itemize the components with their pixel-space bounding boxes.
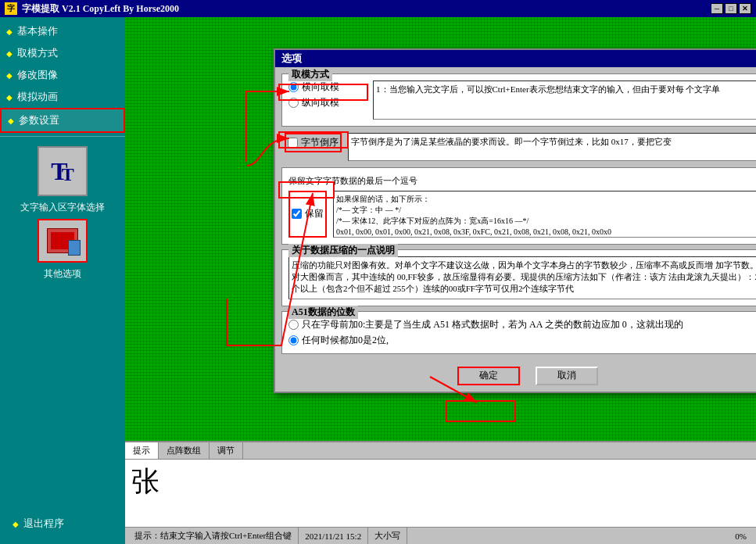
a51-radio1[interactable]: 只在字母前加0:主要是了当生成 A51 格式数据时，若为 AA 之类的数前边应加… [288, 318, 756, 331]
output-content: 张 [125, 460, 756, 527]
radio-horizontal-input[interactable] [288, 82, 299, 92]
save-section: 保留文字字节数据的最后一个逗号 保留 如果保留的话，如下所示： /*— 文字：中… [281, 167, 756, 245]
sidebar-item-exit[interactable]: ◆ 退出程序 [6, 513, 119, 535]
compress-section: 关于数据压缩的一点说明 压缩的功能只对图像有效。对单个文字不建议这么做，因为单个… [281, 249, 756, 306]
maximize-button[interactable]: □ [725, 3, 737, 14]
minimize-button[interactable]: ─ [711, 3, 723, 14]
options-dialog: 选项 × 取模方式 横向取模 [274, 48, 756, 393]
byte-reverse-checkbox[interactable]: 字节倒序 [285, 133, 342, 152]
sidebar-bottom: ◆ 退出程序 [0, 506, 125, 541]
dialog-title: 选项 × [275, 50, 756, 67]
cancel-button[interactable]: 取消 [536, 367, 598, 385]
sidebar-item-animate[interactable]: ◆ 模拟动画 [0, 86, 125, 108]
diamond-icon6: ◆ [13, 520, 19, 528]
dialog-body: 取模方式 横向取模 纵向取模 [275, 67, 756, 360]
font-label: 文字输入区字体选择 [20, 201, 105, 214]
radio-horizontal[interactable]: 横向取模 [288, 81, 367, 94]
qumo-section: 取模方式 横向取模 纵向取模 [281, 73, 756, 127]
status-hint: 提示：结束文字输入请按Ctrl+Enter组合键 [128, 528, 299, 544]
diamond-icon2: ◆ [6, 49, 13, 58]
sidebar-label-exit: 退出程序 [23, 517, 64, 531]
a51-radio2[interactable]: 任何时候都加0是2位, [288, 334, 756, 347]
sidebar: ◆ 基本操作 ◆ 取模方式 ◆ 修改图像 ◆ 模拟动画 ◆ 参数设置 T T 文… [0, 17, 125, 544]
app-icon: 字 [5, 2, 17, 15]
close-button[interactable]: ✕ [739, 3, 751, 14]
a51-section: A51数据的位数 只在字母前加0:主要是了当生成 A51 格式数据时，若为 AA… [281, 311, 756, 354]
save-checkbox[interactable]: 保留 [288, 191, 327, 238]
tab-array[interactable]: 点阵数组 [159, 442, 210, 459]
a51-radio2-input[interactable] [288, 335, 299, 345]
save-input[interactable] [292, 209, 302, 219]
diamond-icon: ◆ [6, 27, 13, 36]
title-bar: 字 字模提取 V2.1 CopyLeft By Horse2000 ─ □ ✕ [0, 0, 756, 17]
radio-group-qumo: 横向取模 纵向取模 [288, 81, 367, 120]
sidebar-label-animate: 模拟动画 [17, 90, 58, 104]
diamond-icon3: ◆ [6, 71, 13, 80]
diamond-icon5: ◆ [8, 116, 14, 125]
sidebar-label-params: 参数设置 [19, 113, 59, 127]
byte-section: 字节倒序 字节倒序是为了满足某些液晶的要求而设。即一个字节倒过来，比如 0x17… [281, 131, 756, 163]
diamond-icon4: ◆ [6, 93, 13, 102]
save-text-area: 如果保留的话，如下所示： /*— 文字：中 — */ /*— 宋体12、此字体下… [333, 191, 756, 238]
sidebar-label-basic: 基本操作 [17, 24, 58, 38]
confirm-button[interactable]: 确定 [457, 367, 520, 385]
recover-icon[interactable] [38, 219, 88, 263]
font-icon: T T [38, 146, 88, 196]
sidebar-item-params[interactable]: ◆ 参数设置 [0, 108, 125, 133]
status-bar: 提示：结束文字输入请按Ctrl+Enter组合键 2021/11/21 15:2… [125, 527, 756, 544]
radio-vertical[interactable]: 纵向取模 [288, 96, 367, 109]
main-window: ◆ 基本操作 ◆ 取模方式 ◆ 修改图像 ◆ 模拟动画 ◆ 参数设置 T T 文… [0, 17, 756, 544]
tab-hint[interactable]: 提示 [125, 442, 159, 459]
qumo-section-title: 取模方式 [288, 68, 332, 81]
status-datetime: 2021/11/21 15:2 [299, 528, 368, 544]
output-char: 张 [131, 466, 159, 497]
sidebar-label-modify: 修改图像 [17, 68, 58, 82]
status-case: 大小写 [368, 528, 407, 544]
a51-title: A51数据的位数 [288, 306, 358, 319]
a51-radio1-input[interactable] [288, 320, 299, 330]
output-area: 提示 点阵数组 调节 张 [125, 441, 756, 527]
sidebar-label-mode: 取模方式 [17, 46, 58, 60]
sidebar-item-basic[interactable]: ◆ 基本操作 [0, 20, 125, 42]
byte-description: 字节倒序是为了满足某些液晶的要求而设。即一个字节倒过来，比如 0x17，要把它变 [348, 133, 756, 161]
qumo-description: 1：当您输入完文字后，可以按Ctrl+Enter表示您想结束文字的输入，但由于要… [373, 81, 756, 120]
dialog-footer: 确定 取消 [275, 360, 756, 392]
annotation-box-confirm [446, 400, 516, 422]
compress-title: 关于数据压缩的一点说明 [288, 244, 398, 257]
dialog-overlay: 选项 × 取模方式 横向取模 [125, 17, 756, 441]
byte-reverse-input[interactable] [288, 138, 298, 148]
app-title: 字模提取 V2.1 CopyLeft By Horse2000 [22, 2, 179, 16]
output-tabs: 提示 点阵数组 调节 [125, 442, 756, 460]
window-controls: ─ □ ✕ [711, 3, 751, 14]
save-title-text: 保留文字字节数据的最后一个逗号 [288, 176, 417, 185]
status-progress: 0% [729, 528, 753, 544]
radio-vertical-input[interactable] [288, 98, 299, 108]
tab-adjust[interactable]: 调节 [210, 442, 243, 459]
sidebar-icon-area: T T 文字输入区字体选择 其他选项 [0, 140, 125, 287]
recover-label: 其他选项 [44, 267, 81, 281]
a51-radio-group: 只在字母前加0:主要是了当生成 A51 格式数据时，若为 AA 之类的数前边应加… [288, 318, 756, 347]
compress-text: 压缩的功能只对图像有效。对单个文字不建议这么做，因为单个文字本身占的字节数较少，… [288, 256, 756, 299]
sidebar-item-modify[interactable]: ◆ 修改图像 [0, 64, 125, 86]
content-top: 选项 × 取模方式 横向取模 [125, 17, 756, 441]
content-area: 选项 × 取模方式 横向取模 [125, 17, 756, 544]
sidebar-item-mode[interactable]: ◆ 取模方式 [0, 42, 125, 64]
